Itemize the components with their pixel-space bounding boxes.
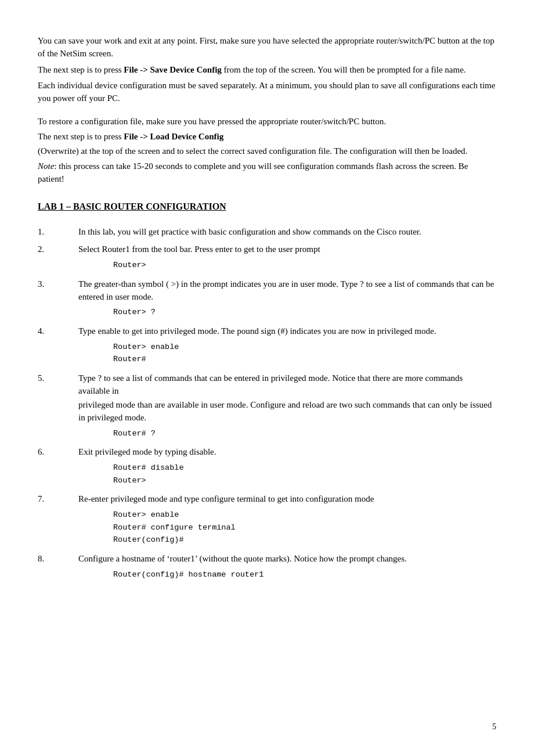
restore-para4-suffix: : this process can take 15-20 seconds to… xyxy=(38,161,468,183)
item-4-text: Type enable to get into privileged mode.… xyxy=(78,325,496,338)
item-4-code: Router> enable Router# xyxy=(78,341,496,366)
item-7-code: Router> enable Router# configure termina… xyxy=(78,509,496,546)
item-5-text-part2: privileged mode than are available in us… xyxy=(78,399,496,424)
item-7-body: Re-enter privileged mode and type config… xyxy=(78,493,496,549)
item-5-body: Type ? to see a list of commands that ca… xyxy=(78,372,496,443)
item-5-code: Router# ? xyxy=(78,427,496,440)
item-2-body: Select Router1 from the tool bar. Press … xyxy=(78,243,496,274)
restore-para2-prefix: The next step is to press xyxy=(38,132,124,141)
item-4-number: 4. xyxy=(38,325,78,369)
item-7-text: Re-enter privileged mode and type config… xyxy=(78,493,496,506)
lab-item-1: 1. In this lab, you will get practice wi… xyxy=(38,226,496,240)
item-3-body: The greater-than symbol ( >) in the prom… xyxy=(78,278,496,322)
lab-item-6: 6. Exit privileged mode by typing disabl… xyxy=(38,446,496,489)
page-number: 5 xyxy=(492,721,496,733)
item-5-code-line-1: Router# ? xyxy=(113,427,496,440)
item-6-code: Router# disable Router> xyxy=(78,462,496,487)
item-8-body: Configure a hostname of ‘router1’ (witho… xyxy=(78,553,496,584)
intro-section: You can save your work and exit at any p… xyxy=(38,35,496,105)
lab-item-3: 3. The greater-than symbol ( >) in the p… xyxy=(38,278,496,322)
page-content: You can save your work and exit at any p… xyxy=(38,35,496,584)
item-2-text: Select Router1 from the tool bar. Press … xyxy=(78,243,496,256)
item-3-code-line-1: Router> ? xyxy=(113,306,496,319)
item-8-code-line-1: Router(config)# hostname router1 xyxy=(113,568,496,581)
item-8-code: Router(config)# hostname router1 xyxy=(78,568,496,581)
restore-para2: The next step is to press File -> Load D… xyxy=(38,131,496,143)
lab-item-7: 7. Re-enter privileged mode and type con… xyxy=(38,493,496,549)
item-2-code-line-1: Router> xyxy=(113,259,496,272)
lab-items: 1. In this lab, you will get practice wi… xyxy=(38,226,496,584)
lab-title: LAB 1 – BASIC ROUTER CONFIGURATION xyxy=(38,200,496,213)
restore-para3-end: The configuration will then be loaded. xyxy=(334,146,467,156)
item-7-code-line-3: Router(config)# xyxy=(113,534,496,546)
intro-para2-bold: File -> Save Device Config xyxy=(124,65,222,74)
restore-para3-prefix: (Overwrite) at the top of the screen and… xyxy=(38,146,334,156)
item-1-body: In this lab, you will get practice with … xyxy=(78,226,496,240)
item-6-body: Exit privileged mode by typing disable. … xyxy=(78,446,496,489)
lab-item-5: 5. Type ? to see a list of commands that… xyxy=(38,372,496,443)
item-1-text: In this lab, you will get practice with … xyxy=(78,226,496,239)
item-5-number: 5. xyxy=(38,372,78,443)
intro-para2-prefix: The next step is to press xyxy=(38,65,124,74)
item-6-number: 6. xyxy=(38,446,78,489)
item-2-code: Router> xyxy=(78,259,496,272)
restore-para3: (Overwrite) at the top of the screen and… xyxy=(38,145,496,158)
lab-item-4: 4. Type enable to get into privileged mo… xyxy=(38,325,496,369)
intro-para3: Each individual device configuration mus… xyxy=(38,80,496,105)
item-4-code-line-2: Router# xyxy=(113,353,496,366)
item-6-code-line-1: Router# disable xyxy=(113,462,496,474)
item-7-number: 7. xyxy=(38,493,78,549)
intro-para2: The next step is to press File -> Save D… xyxy=(38,64,496,77)
item-1-number: 1. xyxy=(38,226,78,240)
item-3-code: Router> ? xyxy=(78,306,496,319)
item-2-number: 2. xyxy=(38,243,78,274)
intro-para1: You can save your work and exit at any p… xyxy=(38,35,496,60)
item-3-number: 3. xyxy=(38,278,78,322)
item-7-code-line-1: Router> enable xyxy=(113,509,496,521)
item-8-text: Configure a hostname of ‘router1’ (witho… xyxy=(78,553,496,566)
lab-item-2: 2. Select Router1 from the tool bar. Pre… xyxy=(38,243,496,274)
item-5-text-part1: Type ? to see a list of commands that ca… xyxy=(78,372,496,398)
restore-para1: To restore a configuration file, make su… xyxy=(38,116,496,128)
item-4-body: Type enable to get into privileged mode.… xyxy=(78,325,496,369)
restore-para2-bold: File -> Load Device Config xyxy=(124,132,223,141)
item-8-number: 8. xyxy=(38,553,78,584)
lab-item-8: 8. Configure a hostname of ‘router1’ (wi… xyxy=(38,553,496,584)
restore-section: To restore a configuration file, make su… xyxy=(38,116,496,186)
item-6-code-line-2: Router> xyxy=(113,474,496,487)
item-4-code-line-1: Router> enable xyxy=(113,341,496,354)
item-3-text: The greater-than symbol ( >) in the prom… xyxy=(78,278,496,304)
restore-para4: Note: this process can take 15-20 second… xyxy=(38,160,496,186)
intro-para2-suffix: from the top of the screen. You will the… xyxy=(222,65,466,74)
item-7-code-line-2: Router# configure terminal xyxy=(113,521,496,534)
item-6-text: Exit privileged mode by typing disable. xyxy=(78,446,496,459)
restore-para4-italic: Note xyxy=(38,161,54,171)
